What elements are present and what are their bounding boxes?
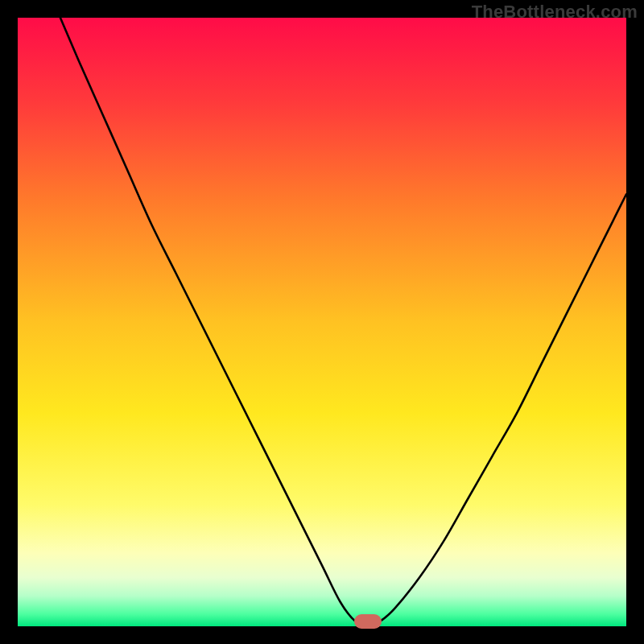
watermark-text: TheBottleneck.com	[472, 2, 638, 23]
chart-frame: TheBottleneck.com	[0, 0, 644, 644]
plot-area	[18, 18, 626, 626]
bottleneck-curve	[18, 18, 626, 626]
curve-path	[60, 18, 626, 625]
optimal-marker	[354, 614, 382, 629]
